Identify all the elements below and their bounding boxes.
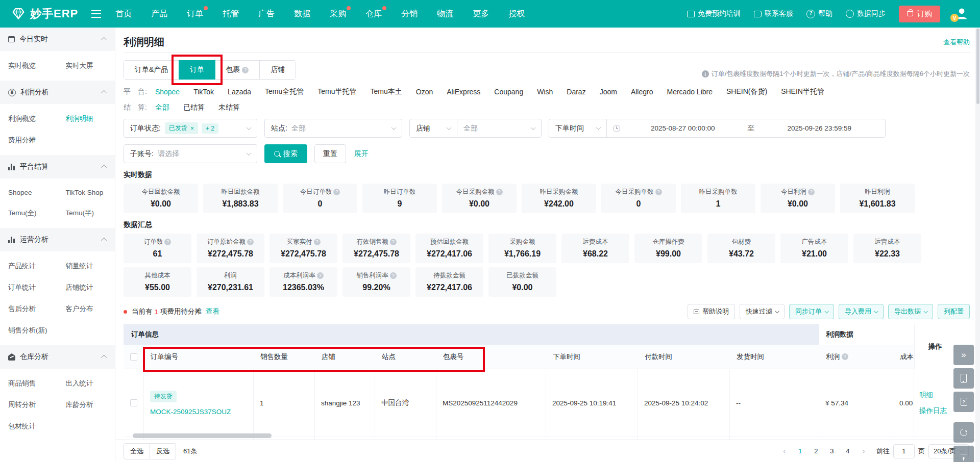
page-number[interactable]: 3 (826, 445, 838, 458)
help-icon[interactable] (842, 353, 848, 360)
sidebar-item[interactable]: 周转分析 (0, 394, 58, 416)
sidebar-item[interactable]: 客户分布 (58, 298, 115, 320)
reset-button[interactable]: 重置 (314, 144, 346, 163)
sidebar-item[interactable]: 库龄分析 (58, 394, 115, 416)
view-fee-link[interactable]: 查看 (206, 307, 219, 316)
toolbar-button[interactable]: 导入费用 (839, 304, 884, 319)
collapse-chevron-icon[interactable] (101, 355, 107, 361)
sidebar-item[interactable]: Temu(全) (0, 202, 58, 224)
sidebar-item[interactable]: 出入统计 (58, 373, 115, 394)
settle-option[interactable]: 全部 (155, 103, 169, 112)
nav-item[interactable]: 分销 (401, 9, 418, 19)
order-status-select[interactable]: 订单状态: 已发货 × + 2 (124, 119, 257, 138)
help-icon[interactable] (390, 272, 397, 279)
goto-page-input[interactable] (893, 444, 915, 458)
help-icon[interactable] (314, 239, 321, 245)
platform-option[interactable]: Temu本土 (371, 87, 402, 96)
sidebar-item[interactable]: 店铺统计 (58, 277, 115, 298)
avatar[interactable]: V (953, 7, 969, 21)
status-filter-tag[interactable]: 已发货 × (165, 122, 198, 134)
sidebar-item[interactable]: 产品统计 (0, 255, 58, 277)
sidebar-section-header[interactable]: 仓库分析 (0, 345, 115, 369)
platform-option[interactable]: TikTok (193, 88, 214, 96)
platform-option[interactable]: SHEIN半托管 (781, 87, 824, 96)
platform-option[interactable]: Joom (600, 88, 617, 96)
expand-filters-link[interactable]: 展开 (354, 149, 369, 159)
sidebar-section-header[interactable]: 运营分析 (0, 228, 115, 251)
sidebar-item[interactable]: Temu(半) (58, 202, 115, 224)
mobile-app-button[interactable] (953, 368, 974, 389)
nav-item[interactable]: 托管 (223, 9, 239, 19)
sidebar-section-header[interactable]: 利润分析 (0, 81, 115, 104)
toolbar-button[interactable]: 帮助说明 (688, 304, 735, 319)
nav-item[interactable]: 产品 (151, 9, 167, 19)
nav-item[interactable]: 采购 (330, 9, 346, 19)
sidebar-item[interactable]: 销售分析(新) (0, 320, 58, 341)
sidebar-item[interactable]: 利润明细 (58, 108, 115, 130)
page-number[interactable]: 4 (842, 445, 854, 458)
help-icon[interactable] (317, 272, 324, 279)
view-tab[interactable]: 订单 (179, 60, 215, 80)
nav-utility-item[interactable]: 帮助 (806, 9, 832, 18)
sidebar-item[interactable]: 商品销售 (0, 373, 58, 394)
row-checkbox[interactable] (130, 399, 137, 406)
sidebar-item[interactable]: 包材统计 (0, 416, 58, 437)
nav-item[interactable]: 广告 (258, 9, 275, 19)
platform-option[interactable]: AliExpress (447, 88, 480, 96)
toolbar-button[interactable]: 导出数据 (888, 304, 933, 319)
help-icon[interactable] (655, 189, 662, 195)
vertical-scrollbar[interactable] (976, 29, 979, 104)
shop-select[interactable]: 店铺 全部 (409, 119, 542, 138)
operation-log-link[interactable]: 操作日志 (919, 406, 947, 416)
nav-utility-item[interactable]: 联系客服 (754, 9, 793, 18)
collapse-chevron-icon[interactable] (101, 238, 107, 243)
help-icon[interactable] (390, 239, 397, 245)
nav-item[interactable]: 订单 (187, 9, 203, 19)
remove-tag-icon[interactable]: × (190, 125, 194, 132)
help-icon[interactable] (808, 189, 815, 195)
view-tab[interactable]: 店铺 (260, 61, 296, 79)
sidebar-item[interactable]: 售后分析 (0, 298, 58, 320)
platform-option[interactable]: Allegro (631, 88, 653, 96)
sidebar-item[interactable]: Shopee (0, 183, 58, 202)
toolbar-button[interactable]: 同步订单 (789, 304, 834, 319)
table-row[interactable]: 待发货 MOCK-250925JS37SOUZ 1 shangjie 123 中… (124, 369, 970, 437)
platform-option[interactable]: Lazada (228, 88, 251, 96)
sidebar-section-header[interactable]: 平台结算 (0, 155, 115, 178)
nav-item[interactable]: 数据 (294, 9, 310, 19)
site-select[interactable]: 站点: 全部 (264, 119, 402, 138)
view-tab[interactable]: 订单&产品 (124, 61, 179, 79)
time-range-filter[interactable]: 下单时间 2025-08-27 00:00:00 至 2025-09-26 23… (549, 119, 886, 138)
view-help-link[interactable]: 查看帮助 (943, 38, 970, 47)
help-icon[interactable] (242, 67, 249, 73)
help-icon[interactable] (164, 239, 171, 245)
back-to-top-button[interactable] (953, 446, 974, 462)
platform-option[interactable]: Mercado Libre (667, 88, 713, 96)
platform-option[interactable]: Coupang (494, 88, 523, 96)
order-link[interactable]: MOCK-250925JS37SOUZ (150, 408, 231, 416)
page-number[interactable]: 2 (810, 445, 822, 458)
help-icon[interactable] (496, 189, 503, 195)
page-number[interactable]: 1 (794, 445, 806, 458)
sidebar-item[interactable]: 费用分摊 (0, 130, 58, 151)
platform-option[interactable]: Temu全托管 (265, 87, 304, 96)
settle-option[interactable]: 已结算 (183, 103, 205, 112)
settle-option[interactable]: 未结算 (218, 103, 240, 112)
help-icon[interactable] (247, 239, 254, 245)
sidebar-item[interactable]: 利润概览 (0, 108, 58, 130)
date-from-value[interactable]: 2025-08-27 00:00:00 (623, 124, 743, 132)
help-icon[interactable] (333, 189, 340, 195)
sidebar-item[interactable]: 实时概览 (0, 55, 58, 76)
menu-toggle-icon[interactable] (91, 10, 101, 18)
collapse-chevron-icon[interactable] (101, 37, 107, 43)
nav-item[interactable]: 仓库 (365, 9, 382, 19)
platform-option[interactable]: Shopee (155, 88, 180, 96)
search-button[interactable]: 搜索 (264, 144, 307, 163)
sidebar-section-header[interactable]: 今日实时 (0, 28, 115, 51)
sidebar-item[interactable]: 订单统计 (0, 277, 58, 298)
nav-utility-item[interactable]: 免费预约培训 (687, 9, 741, 18)
nav-item[interactable]: 首页 (115, 9, 132, 19)
collapse-chevron-icon[interactable] (101, 165, 107, 170)
view-tab[interactable]: 包裹 (215, 61, 260, 79)
subaccount-select[interactable]: 子账号: 请选择 (124, 144, 257, 163)
